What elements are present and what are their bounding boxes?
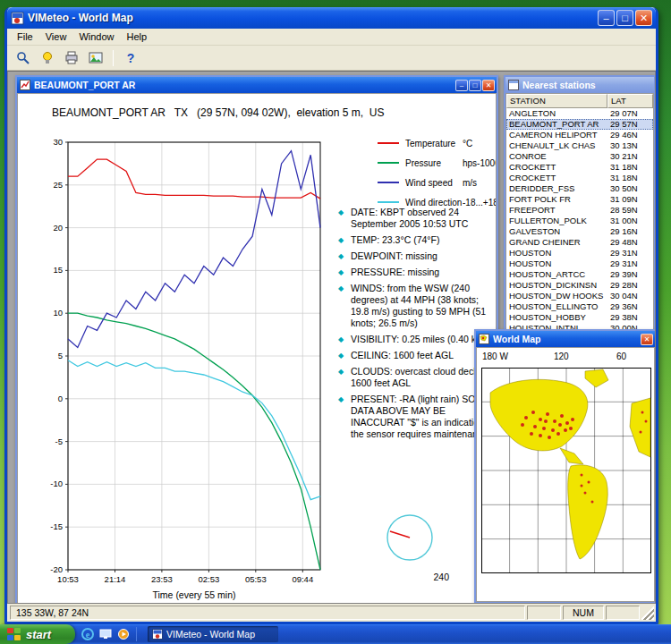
stations-panel-titlebar[interactable]: Nearest stations: [505, 77, 654, 93]
magnifier-icon: [16, 51, 30, 65]
help-icon: ?: [127, 51, 135, 65]
station-row[interactable]: HOUSTON_ELLINGTO29 36N: [506, 301, 653, 312]
stations-tool-button[interactable]: [37, 48, 58, 68]
printer-icon: [64, 51, 79, 65]
station-row[interactable]: HOUSTON29 31N: [506, 248, 653, 258]
svg-text:-5: -5: [55, 436, 63, 446]
station-lat: 29 46N: [607, 130, 653, 140]
maximize-button[interactable]: □: [616, 10, 633, 26]
station-row[interactable]: ANGLETON29 07N: [506, 108, 653, 119]
station-lat: 29 38N: [607, 312, 653, 323]
station-row[interactable]: CHENAULT_LK CHAS30 13N: [506, 140, 653, 151]
station-row[interactable]: CROCKETT31 18N: [506, 173, 653, 183]
info-text: DEWPOINT: missing: [351, 250, 437, 262]
minimize-button[interactable]: –: [598, 10, 615, 26]
weather-info-item: ◆TEMP: 23.3°C (74°F): [338, 234, 496, 246]
legend-unit: m/s: [463, 178, 477, 188]
chart-close-button[interactable]: ✕: [482, 80, 495, 91]
close-button[interactable]: ✕: [635, 10, 652, 26]
station-row[interactable]: HOUSTON29 31N: [506, 258, 653, 269]
weather-info-item: ◆DATE: KBPT observed 24 September 2005 1…: [338, 207, 496, 230]
taskbar-task-vimeteo[interactable]: VIMeteo - World Map: [148, 626, 278, 642]
station-row[interactable]: HOUSTON_ARTCC29 39N: [506, 269, 653, 280]
chart-window-titlebar[interactable]: BEAUMONT_PORT AR – □ ✕: [17, 77, 497, 93]
legend-item: Pressurehps-1000: [378, 153, 496, 173]
quick-launch-media-icon[interactable]: [116, 627, 131, 641]
stations-panel-icon: [508, 80, 519, 90]
bullet-diamond-icon: ◆: [338, 350, 347, 361]
station-name: GRAND CHEINER: [506, 237, 607, 248]
station-row[interactable]: FREEPORT28 59N: [506, 205, 653, 216]
world-map-image[interactable]: [481, 368, 651, 573]
map-window-titlebar[interactable]: World Map ✕: [476, 331, 655, 347]
station-row[interactable]: FORT POLK FR31 09N: [506, 194, 653, 205]
station-name: FULLERTON_POLK: [506, 216, 607, 226]
station-row[interactable]: HOUSTON_HOBBY29 38N: [506, 312, 653, 323]
main-titlebar[interactable]: VIMeteo - World Map – □ ✕: [7, 7, 656, 29]
menu-view[interactable]: View: [39, 30, 73, 44]
column-header-lat[interactable]: LAT: [607, 94, 653, 108]
station-row[interactable]: FULLERTON_POLK31 00N: [506, 216, 653, 226]
svg-text:-15: -15: [50, 521, 63, 531]
svg-text:30: 30: [53, 137, 63, 147]
help-tool-button[interactable]: ?: [120, 48, 141, 68]
station-row[interactable]: CROCKETT31 18N: [506, 162, 653, 173]
print-tool-button[interactable]: [61, 48, 82, 68]
station-name: HOUSTON_HOBBY: [506, 312, 607, 323]
windows-flag-icon: [7, 628, 21, 640]
svg-text:02:53: 02:53: [199, 574, 220, 584]
station-row[interactable]: GALVESTON29 16N: [506, 226, 653, 237]
quick-launch-browser-icon[interactable]: e: [81, 627, 95, 641]
station-row[interactable]: BEAUMONT_PORT AR29 57N: [506, 119, 653, 130]
window-title: VIMeteo - World Map: [28, 12, 598, 24]
menu-window[interactable]: Window: [72, 30, 120, 44]
station-name: FREEPORT: [506, 205, 607, 216]
station-row[interactable]: CAMERON HELIPORT29 46N: [506, 130, 653, 140]
quick-launch-desktop-icon[interactable]: [98, 627, 113, 641]
image-tool-button[interactable]: [85, 48, 106, 68]
stations-panel-title: Nearest stations: [522, 80, 652, 90]
chart-maximize-button[interactable]: □: [469, 80, 481, 91]
svg-text:09:44: 09:44: [292, 574, 313, 584]
station-lat: 30 04N: [607, 291, 653, 301]
station-lat: 29 28N: [607, 280, 653, 291]
station-name: CAMERON HELIPORT: [506, 130, 607, 140]
svg-text:e: e: [86, 630, 90, 640]
station-row[interactable]: GRAND CHEINER29 48N: [506, 237, 653, 248]
station-row[interactable]: DERIDDER_FSS30 50N: [506, 183, 653, 194]
chart-minimize-button[interactable]: –: [455, 80, 468, 91]
bulb-icon: [40, 51, 55, 65]
bullet-diamond-icon: ◆: [338, 250, 347, 262]
menu-file[interactable]: File: [11, 30, 39, 44]
station-name: CROCKETT: [506, 173, 607, 183]
legend-label: Wind direction: [405, 198, 463, 208]
weather-info-item: ◆CLOUDS: overcast cloud deck at 1600 fee…: [338, 366, 496, 389]
task-app-icon: [152, 629, 163, 640]
menu-bar: FileViewWindowHelp: [7, 29, 656, 46]
resize-grip[interactable]: [641, 606, 654, 620]
weather-info-item: ◆WINDS: from the WSW (240 degrees) at 44…: [338, 283, 496, 329]
svg-text:-20: -20: [50, 564, 63, 574]
station-row[interactable]: HOUSTON_DW HOOKS30 04N: [506, 291, 653, 301]
station-lat: 29 07N: [607, 108, 653, 119]
legend-unit: hps-1000: [463, 158, 497, 168]
zoom-tool-button[interactable]: [13, 48, 34, 68]
info-text: PRESSURE: missing: [351, 267, 439, 278]
menu-help[interactable]: Help: [121, 30, 154, 44]
legend-swatch: [378, 162, 399, 164]
start-button[interactable]: start: [0, 624, 75, 644]
bullet-diamond-icon: ◆: [338, 207, 347, 230]
station-lat: 31 18N: [607, 173, 653, 183]
map-close-button[interactable]: ✕: [641, 334, 653, 345]
station-name: ANGLETON: [506, 108, 607, 119]
station-name: CROCKETT: [506, 162, 607, 173]
weather-chart: 302520151050-5-10-15-2010:5321:1423:5302…: [36, 131, 340, 604]
svg-text:15: 15: [53, 265, 63, 275]
taskbar-separator: [136, 627, 137, 641]
info-text: TEMP: 23.3°C (74°F): [351, 234, 439, 246]
column-header-station[interactable]: STATION: [506, 94, 607, 108]
station-row[interactable]: CONROE30 21N: [506, 151, 653, 162]
legend-item: Wind speedm/s: [378, 173, 496, 192]
station-row[interactable]: HOUSTON_DICKINSN29 28N: [506, 280, 653, 291]
station-lat: 29 39N: [607, 269, 653, 280]
